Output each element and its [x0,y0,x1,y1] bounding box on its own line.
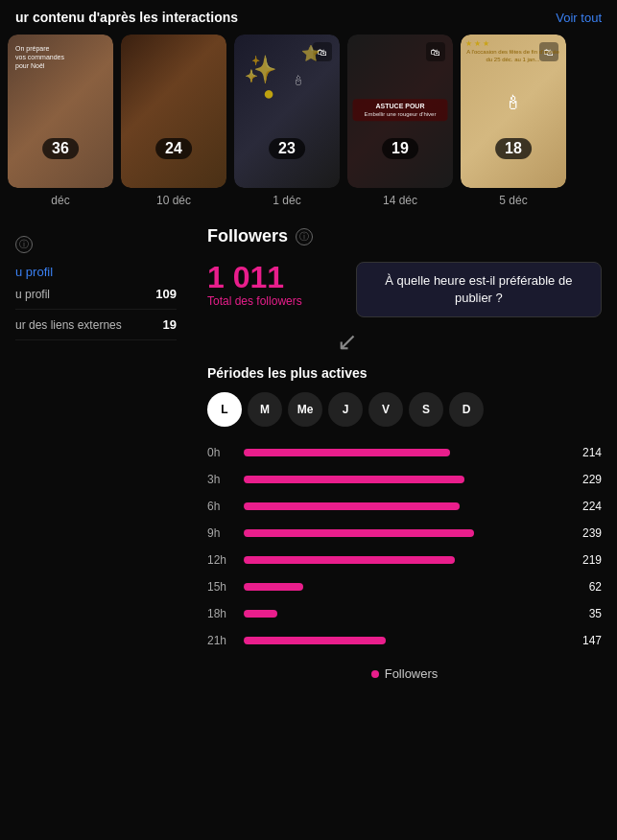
card-3-badge: 23 [269,138,305,159]
info-icon: ⓘ [15,236,33,253]
bar-track-0h [244,449,563,456]
cards-row: On prépare vos commandes pour Noël 36 24… [0,35,617,188]
followers-title: Followers [207,226,288,246]
bar-time-6h: 6h [207,500,234,513]
bar-row-0h: 0h 214 [207,446,602,459]
bar-track-21h [244,637,563,644]
total-label: Total des followers [207,294,302,308]
bar-track-18h [244,610,563,618]
profile-link[interactable]: u profil [15,265,177,279]
followers-info-icon: ⓘ [296,228,313,245]
bar-track-15h [244,583,563,591]
bar-fill-6h [244,502,460,510]
tooltip-balloon: À quelle heure est-il préférable de publ… [356,262,602,317]
bar-fill-21h [244,637,386,644]
day-btn-m[interactable]: M [248,392,282,427]
bar-value-12h: 219 [573,553,602,567]
bar-row-21h: 21h 147 [207,634,602,647]
bar-time-12h: 12h [207,553,234,567]
date-5: 5 déc [461,194,566,207]
bar-value-0h: 214 [573,446,602,459]
card-2[interactable]: 24 [121,35,226,188]
stat-value-profile: 109 [155,287,177,301]
date-3: 1 déc [234,194,340,207]
bar-chart: 0h 214 3h 229 6h 224 9h 239 12h [207,446,602,647]
day-btn-s[interactable]: S [409,392,443,427]
info-row: ⓘ [15,236,177,253]
bar-row-12h: 12h 219 [207,553,602,567]
stat-row-profile: u profil 109 [15,279,177,310]
card-2-bg [121,35,226,188]
card-2-badge: 24 [155,138,192,159]
bar-track-6h [244,502,563,510]
card-4-astuce: ASTUCE POUR Embellir une rougeur d'hiver [353,99,448,121]
bar-track-12h [244,556,563,564]
legend-label: Followers [385,666,439,681]
legend-dot [371,670,379,678]
bar-fill-9h [244,529,474,537]
bar-time-21h: 21h [207,634,234,647]
bar-value-21h: 147 [573,634,602,647]
stat-label-profile: u profil [15,288,50,301]
bar-fill-0h [244,449,450,456]
card-4-icon: 🛍 [426,42,445,61]
tooltip-area: À quelle heure est-il préférable de publ… [318,262,602,354]
bar-value-3h: 229 [573,473,602,486]
followers-header: Followers ⓘ [207,226,602,246]
day-btn-j[interactable]: J [328,392,363,427]
followers-top: 1 011 Total des followers À quelle heure… [207,262,602,354]
bar-time-0h: 0h [207,446,234,459]
bar-time-3h: 3h [207,473,234,486]
top-section: ur contenu d'après les interactions Voir… [0,0,617,207]
bar-track-3h [244,476,563,483]
card-5-badge: 18 [495,138,532,159]
date-1: déc [8,194,113,207]
periodes-title: Périodes les plus actives [207,365,602,381]
bar-value-6h: 224 [573,500,602,513]
bar-time-15h: 15h [207,580,234,594]
card-3[interactable]: 🛍 ✨ ⭐ ● 🕯 23 [234,35,340,188]
bar-value-18h: 35 [573,607,602,620]
bar-row-3h: 3h 229 [207,473,602,486]
left-panel: ⓘ u profil u profil 109 ur des liens ext… [0,226,192,681]
day-buttons: L M Me J V S D [207,392,602,427]
bar-row-9h: 9h 239 [207,526,602,540]
card-1-text: On prépare vos commandes pour Noël [8,35,113,80]
day-btn-v[interactable]: V [368,392,403,427]
section-title: ur contenu d'après les interactions [15,10,238,25]
main-content: ⓘ u profil u profil 109 ur des liens ext… [0,226,617,681]
bar-row-15h: 15h 62 [207,580,602,594]
section-header: ur contenu d'après les interactions Voir… [0,10,617,35]
bar-value-9h: 239 [573,526,602,540]
bar-fill-18h [244,610,277,618]
stat-row-links: ur des liens externes 19 [15,310,177,340]
stat-label-links: ur des liens externes [15,318,122,332]
stat-value-links: 19 [163,317,177,332]
day-btn-d[interactable]: D [449,392,484,427]
bar-track-9h [244,529,563,537]
date-2: 10 déc [121,194,226,207]
bar-row-18h: 18h 35 [207,607,602,620]
date-4: 14 déc [347,194,453,207]
total-number: 1 011 [207,262,302,292]
card-4[interactable]: 🛍 ASTUCE POUR Embellir une rougeur d'hiv… [347,35,453,188]
voir-tout-link[interactable]: Voir tout [556,11,602,25]
bar-fill-12h [244,556,455,564]
bar-row-6h: 6h 224 [207,500,602,513]
bar-value-15h: 62 [573,580,602,594]
bar-fill-15h [244,583,303,591]
card-5[interactable]: 🛍 ★ ★ ★ A l'occasion des fêtes de fin d'… [461,35,566,188]
card-1[interactable]: On prépare vos commandes pour Noël 36 [8,35,113,188]
dates-row: déc 10 déc 1 déc 14 déc 5 déc [0,188,617,207]
card-4-badge: 19 [382,138,418,159]
arrow-icon: ↙ [337,329,602,354]
day-btn-me[interactable]: Me [288,392,322,427]
day-btn-l[interactable]: L [207,392,242,427]
total-section: 1 011 Total des followers [207,262,302,308]
right-panel: Followers ⓘ 1 011 Total des followers À … [192,226,617,681]
bar-time-18h: 18h [207,607,234,620]
bar-fill-3h [244,476,464,483]
legend: Followers [207,666,602,681]
card-1-badge: 36 [42,138,79,159]
tooltip-text: À quelle heure est-il préférable de publ… [370,272,587,307]
